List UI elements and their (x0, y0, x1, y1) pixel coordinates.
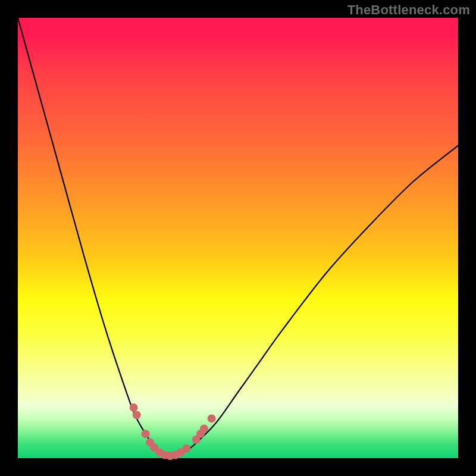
curve-markers (130, 403, 216, 460)
bottleneck-curve (18, 18, 458, 456)
chart-svg (18, 18, 458, 458)
curve-marker (200, 424, 208, 433)
chart-frame: TheBottleneck.com (0, 0, 476, 476)
curve-marker (133, 411, 141, 419)
curve-group (18, 18, 458, 456)
chart-plot-area (18, 18, 458, 458)
curve-marker (142, 430, 150, 438)
curve-marker (182, 444, 190, 453)
watermark-text: TheBottleneck.com (347, 2, 470, 18)
curve-marker (208, 414, 216, 422)
curve-marker (130, 403, 138, 412)
